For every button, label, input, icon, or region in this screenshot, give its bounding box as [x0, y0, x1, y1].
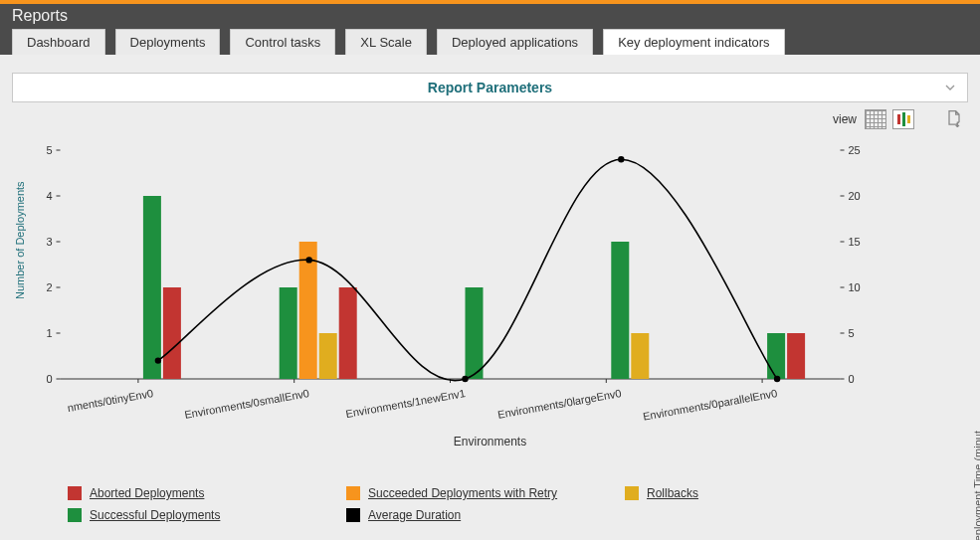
line-point: [306, 257, 312, 263]
bar: [143, 196, 161, 379]
svg-text:4: 4: [46, 190, 52, 202]
svg-text:Environments/0smallEnv0: Environments/0smallEnv0: [183, 387, 309, 421]
legend-item-duration[interactable]: Average Duration: [346, 508, 625, 522]
tab-deployed-applications[interactable]: Deployed applications: [437, 29, 593, 55]
svg-text:nments/0tinyEnv0: nments/0tinyEnv0: [67, 387, 154, 414]
tabs-bar: Dashboard Deployments Control tasks XL S…: [0, 25, 980, 55]
line-point: [618, 156, 624, 162]
legend-swatch: [68, 508, 82, 522]
expand-parameters-button[interactable]: [937, 74, 963, 101]
svg-text:0: 0: [849, 373, 855, 385]
x-axis-label: Environments: [12, 435, 968, 449]
legend-swatch: [625, 486, 639, 500]
bar: [280, 287, 297, 379]
page-title: Reports: [0, 4, 980, 25]
view-controls: view: [12, 102, 968, 130]
svg-text:Environments/0parallelEnv0: Environments/0parallelEnv0: [642, 387, 778, 423]
line-point: [774, 376, 780, 382]
export-button[interactable]: [942, 108, 966, 130]
svg-text:0: 0: [46, 373, 52, 385]
bar: [611, 242, 629, 379]
line-point: [462, 376, 468, 382]
svg-text:5: 5: [849, 327, 855, 339]
chart-svg: 0123450510152025nments/0tinyEnv0Environm…: [12, 130, 968, 528]
svg-text:10: 10: [849, 281, 861, 293]
legend-item-retry[interactable]: Succeeded Deployments with Retry: [346, 486, 625, 500]
report-parameters-title: Report Parameters: [428, 80, 552, 95]
y-axis-right-label: Average Deployment Time (minut: [972, 431, 980, 540]
chart-legend: Aborted Deployments Succeeded Deployment…: [68, 486, 928, 522]
svg-text:15: 15: [849, 236, 861, 248]
bar: [787, 333, 805, 379]
y-axis-left-label: Number of Deployments: [14, 181, 26, 299]
svg-text:25: 25: [849, 144, 861, 156]
legend-label: Average Duration: [368, 508, 461, 522]
report-parameters-panel: Report Parameters: [12, 73, 968, 102]
bar: [631, 333, 649, 379]
svg-text:20: 20: [849, 190, 861, 202]
legend-swatch: [346, 508, 360, 522]
svg-text:3: 3: [46, 236, 52, 248]
svg-text:5: 5: [46, 144, 52, 156]
legend-label: Succeeded Deployments with Retry: [368, 486, 557, 500]
legend-swatch: [346, 486, 360, 500]
legend-label: Rollbacks: [647, 486, 698, 500]
tab-deployments[interactable]: Deployments: [115, 29, 221, 55]
bar: [767, 333, 785, 379]
bar: [339, 287, 357, 379]
legend-label: Successful Deployments: [90, 508, 220, 522]
line-point: [155, 357, 161, 363]
chart-container: Number of Deployments Average Deployment…: [12, 130, 968, 528]
view-label: view: [833, 112, 857, 126]
legend-swatch: [68, 486, 82, 500]
svg-text:1: 1: [46, 327, 52, 339]
svg-text:2: 2: [46, 281, 52, 293]
legend-item-rollbacks[interactable]: Rollbacks: [625, 486, 824, 500]
tab-control-tasks[interactable]: Control tasks: [230, 29, 335, 55]
bar: [319, 333, 337, 379]
chevron-down-icon: [942, 80, 958, 95]
svg-text:Environments/1newEnv1: Environments/1newEnv1: [345, 387, 467, 420]
view-table-button[interactable]: [865, 109, 886, 129]
content-area: Report Parameters view Number of Deploym…: [0, 55, 980, 540]
svg-text:Environments/0largeEnv0: Environments/0largeEnv0: [496, 387, 622, 421]
export-icon: [944, 109, 964, 129]
bar: [466, 287, 484, 379]
legend-item-successful[interactable]: Successful Deployments: [68, 508, 346, 522]
tab-dashboard[interactable]: Dashboard: [12, 29, 105, 55]
legend-item-aborted[interactable]: Aborted Deployments: [68, 486, 346, 500]
bar: [163, 287, 181, 379]
tab-xl-scale[interactable]: XL Scale: [345, 29, 427, 55]
legend-label: Aborted Deployments: [90, 486, 204, 500]
tab-key-deployment-indicators[interactable]: Key deployment indicators: [603, 29, 784, 55]
view-chart-button[interactable]: [892, 109, 914, 129]
